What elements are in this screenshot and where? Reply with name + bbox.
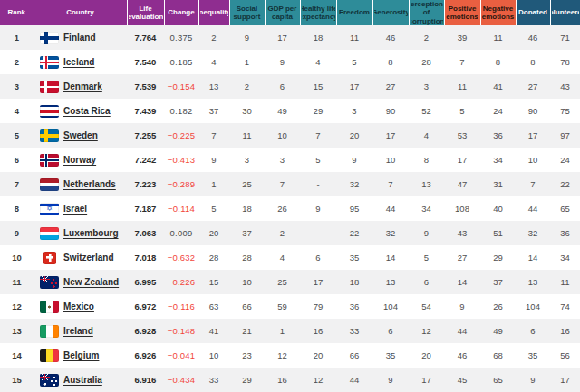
column-header-label: Inequality [200, 0, 228, 25]
country-link[interactable]: Sweden [63, 130, 98, 140]
country-wrap: Switzerland [34, 252, 127, 264]
table-body: 1Finland7.7640.37529171811462391146712Ic… [0, 25, 580, 392]
life_evaluation-cell: 7.540 [127, 50, 164, 74]
social_support-cell: 29 [229, 368, 265, 392]
rank-cell: 15 [0, 368, 34, 392]
column-header-gdp_per_capita[interactable]: GDP per capita [265, 0, 300, 25]
positive-cell: 11 [444, 74, 480, 99]
gdp_per_capita-cell: 17 [265, 25, 300, 50]
negative-cell: 34 [480, 148, 516, 172]
generosity-cell: 7 [372, 172, 409, 196]
freedom-cell: 66 [336, 343, 372, 368]
country-link[interactable]: Netherlands [63, 179, 116, 189]
volunteered-cell: 56 [550, 343, 580, 368]
freedom-cell: 5 [336, 50, 372, 74]
change-cell: −0.434 [164, 368, 198, 392]
donated-cell: 27 [516, 74, 550, 99]
country-wrap: Denmark [34, 81, 127, 93]
column-header-social_support[interactable]: Social support [229, 0, 265, 25]
gdp_per_capita-cell: 2 [265, 221, 300, 245]
column-header-freedom[interactable]: Freedom [336, 0, 372, 25]
column-header-rank[interactable]: Rank [0, 0, 34, 25]
negative-cell: 51 [480, 221, 516, 245]
freedom-cell: 22 [336, 221, 372, 245]
country-link[interactable]: Luxembourg [63, 228, 119, 238]
freedom-cell: 3 [336, 99, 372, 123]
column-header-country[interactable]: Country [34, 0, 127, 25]
country-wrap: Finland [34, 32, 127, 44]
country-link[interactable]: Costa Rica [63, 106, 111, 116]
column-header-healthy_life[interactable]: Healthy life expectancy [300, 0, 336, 25]
negative-cell: 40 [480, 196, 516, 221]
volunteered-cell: 75 [550, 99, 580, 123]
rank-cell: 4 [0, 99, 34, 123]
change-cell: 0.185 [164, 50, 198, 74]
healthy_life-cell: 9 [300, 196, 336, 221]
country-link[interactable]: Denmark [63, 81, 102, 91]
negative-cell: 11 [480, 25, 516, 50]
country-link[interactable]: New Zealand [63, 277, 119, 287]
table-row: 3Denmark7.539−0.1541326151727311412743 [0, 74, 580, 99]
volunteered-cell: 78 [550, 50, 580, 74]
column-header-life_evaluation[interactable]: Life evaluation [127, 0, 164, 25]
freedom-cell: 95 [336, 196, 372, 221]
generosity-cell: 13 [372, 270, 409, 294]
change-cell: −0.289 [164, 172, 198, 196]
country-link[interactable]: Iceland [63, 57, 94, 67]
country-wrap: Ireland [34, 325, 127, 338]
flag-australia-icon [40, 374, 59, 387]
happiness-ranking-table: RankCountryLife evaluationChangeInequali… [0, 0, 580, 392]
column-header-label: Country [35, 0, 126, 25]
column-header-label: Life evaluation [129, 0, 163, 25]
rank-cell: 2 [0, 50, 34, 74]
inequality-cell: 33 [198, 368, 229, 392]
column-header-positive[interactable]: Positive emotions [444, 0, 480, 25]
healthy_life-cell: 6 [300, 245, 336, 270]
corruption-cell: 20 [409, 343, 444, 368]
column-header-inequality[interactable]: Inequality [198, 0, 229, 25]
country-link[interactable]: Mexico [63, 301, 94, 311]
country-link[interactable]: Norway [63, 155, 96, 165]
gdp_per_capita-cell: 10 [265, 123, 300, 148]
corruption-cell: 9 [409, 221, 444, 245]
country-link[interactable]: Ireland [63, 326, 93, 336]
table-row: 7Netherlands7.223−0.2891257-327134731722 [0, 172, 580, 196]
table-header: RankCountryLife evaluationChangeInequali… [0, 0, 580, 25]
column-header-label: Change [166, 0, 198, 25]
country-link[interactable]: Belgium [63, 350, 99, 360]
rank-cell: 8 [0, 196, 34, 221]
volunteered-cell: 17 [550, 368, 580, 392]
social_support-cell: 9 [229, 25, 265, 50]
social_support-cell: 2 [229, 74, 265, 99]
positive-cell: 47 [444, 172, 480, 196]
generosity-cell: 32 [372, 221, 409, 245]
country-wrap: Mexico [34, 301, 127, 313]
country-cell: Israel [34, 196, 127, 221]
generosity-cell: 8 [372, 50, 409, 74]
column-header-label: Perceptions of corruption [411, 0, 443, 25]
country-link[interactable]: Switzerland [63, 253, 114, 263]
column-header-volunteered[interactable]: Volunteered [550, 0, 580, 25]
table-row: 1Finland7.7640.3752917181146239114671 [0, 25, 580, 50]
country-link[interactable]: Australia [63, 375, 102, 385]
column-header-generosity[interactable]: Generosity [372, 0, 409, 25]
column-header-corruption[interactable]: Perceptions of corruption [409, 0, 444, 25]
donated-cell: 8 [516, 50, 550, 74]
inequality-cell: 1 [198, 172, 229, 196]
column-header-donated[interactable]: Donated [516, 0, 550, 25]
country-cell: Costa Rica [34, 99, 127, 123]
positive-cell: 46 [444, 343, 480, 368]
country-cell: Netherlands [34, 172, 127, 196]
negative-cell: 31 [480, 172, 516, 196]
freedom-cell: 9 [336, 148, 372, 172]
gdp_per_capita-cell: 59 [265, 294, 300, 319]
column-header-negative[interactable]: Negative emotions [480, 0, 516, 25]
freedom-cell: 20 [336, 123, 372, 148]
flag-newzealand-icon [40, 276, 59, 289]
country-link[interactable]: Finland [63, 33, 96, 43]
healthy_life-cell: 16 [300, 319, 336, 343]
healthy_life-cell: 15 [300, 74, 336, 99]
country-link[interactable]: Israel [63, 204, 87, 214]
column-header-change[interactable]: Change [164, 0, 198, 25]
healthy_life-cell: - [300, 221, 336, 245]
